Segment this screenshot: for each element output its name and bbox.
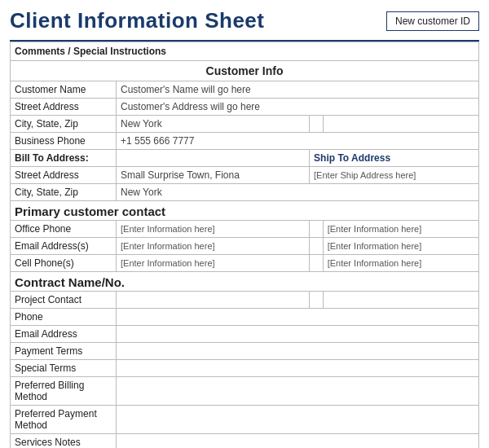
phone-value — [117, 309, 479, 326]
preferred-payment-label: Preferred Payment Method — [11, 406, 117, 434]
business-phone-label: Business Phone — [11, 133, 117, 150]
services-notes-value — [117, 434, 479, 449]
project-contact-label: Project Contact — [11, 292, 117, 309]
email-address-col1: [Enter Information here] — [117, 238, 310, 255]
page-title: Client Information Sheet — [10, 8, 264, 33]
new-customer-button[interactable]: New customer ID — [386, 11, 479, 31]
phone-label: Phone — [11, 309, 117, 326]
email-address-spacer — [310, 238, 324, 255]
ship-to-label: Ship To Address — [310, 150, 479, 167]
preferred-billing-label: Preferred Billing Method — [11, 377, 117, 406]
preferred-billing-value — [117, 377, 479, 406]
cell-phone-col2: [Enter Information here] — [323, 255, 478, 272]
customer-name-label: Customer Name — [11, 81, 117, 99]
preferred-payment-value — [117, 406, 479, 434]
bill-city-label: City, State, Zip — [11, 184, 117, 201]
street-address-label: Street Address — [11, 99, 117, 116]
bill-street-label: Street Address — [11, 167, 117, 184]
city-state-zip-extra2 — [323, 116, 478, 133]
office-phone-label: Office Phone — [11, 221, 117, 238]
office-phone-col1: [Enter Information here] — [117, 221, 310, 238]
special-terms-label: Special Terms — [11, 360, 117, 377]
customer-name-value: Customer's Name will go here — [117, 81, 479, 99]
bill-street-value: Small Surprise Town, Fiona — [117, 167, 310, 184]
cell-phone-label: Cell Phone(s) — [11, 255, 117, 272]
email-value — [117, 326, 479, 343]
business-phone-value: +1 555 666 7777 — [117, 133, 479, 150]
bill-to-label: Bill To Address: — [11, 150, 117, 167]
office-phone-spacer — [310, 221, 324, 238]
customer-info-section-title: Customer Info — [11, 61, 479, 81]
street-address-value: Customer's Address will go here — [117, 99, 479, 116]
email-address-label: Email Address(s) — [11, 238, 117, 255]
office-phone-col2: [Enter Information here] — [323, 221, 478, 238]
city-state-zip-label: City, State, Zip — [11, 116, 117, 133]
project-contact-val1 — [117, 292, 310, 309]
city-state-zip-value: New York — [117, 116, 310, 133]
city-state-zip-extra1 — [310, 116, 324, 133]
payment-terms-label: Payment Terms — [11, 343, 117, 360]
project-contact-val3 — [323, 292, 478, 309]
ship-to-value: [Enter Ship Address here] — [310, 167, 479, 184]
services-notes-label: Services Notes — [11, 434, 117, 449]
contract-section-title: Contract Name/No. — [11, 272, 479, 292]
cell-phone-spacer — [310, 255, 324, 272]
special-terms-value — [117, 360, 479, 377]
comments-label: Comments / Special Instructions — [11, 42, 479, 61]
email-address-col2: [Enter Information here] — [323, 238, 478, 255]
payment-terms-value — [117, 343, 479, 360]
bill-to-empty — [117, 150, 310, 167]
project-contact-val2 — [310, 292, 324, 309]
cell-phone-col1: [Enter Information here] — [117, 255, 310, 272]
email-label: Email Address — [11, 326, 117, 343]
primary-contact-section-title: Primary customer contact — [11, 201, 479, 221]
bill-city-value: New York — [117, 184, 479, 201]
